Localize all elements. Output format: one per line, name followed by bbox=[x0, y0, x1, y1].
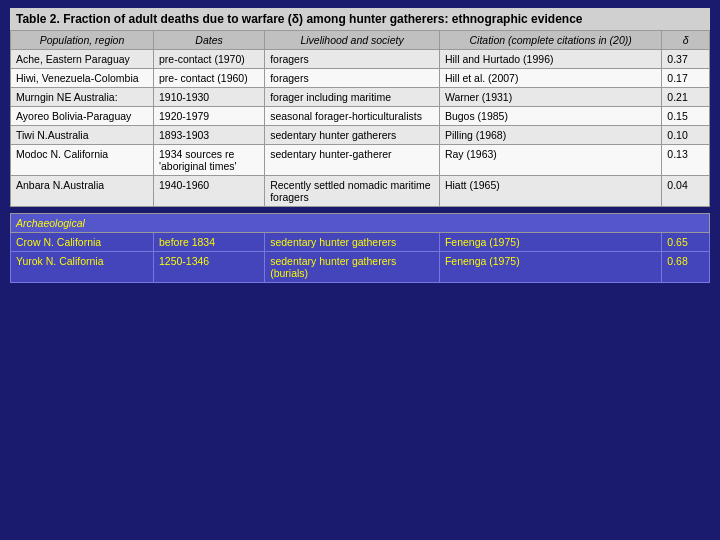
highlighted-section: Archaeological Crow N. California before… bbox=[10, 213, 710, 283]
cell-citation-2: Warner (1931) bbox=[439, 88, 661, 107]
table-header-row: Population, region Dates Livelihood and … bbox=[11, 31, 710, 50]
highlight-header-label: Archaeological bbox=[11, 214, 710, 233]
cell-population-1: Hiwi, Venezuela-Colombia bbox=[11, 69, 154, 88]
cell-dates-1: pre- contact (1960) bbox=[153, 69, 264, 88]
table-row: Ayoreo Bolivia-Paraguay1920-1979seasonal… bbox=[11, 107, 710, 126]
cell-delta-4: 0.10 bbox=[662, 126, 710, 145]
cell-dates-0: pre-contact (1970) bbox=[153, 50, 264, 69]
cell-delta-0: 0.37 bbox=[662, 50, 710, 69]
cell-livelihood-0: foragers bbox=[265, 50, 440, 69]
cell-livelihood-5: sedentary hunter-gatherer bbox=[265, 145, 440, 176]
h-delta-1: 0.65 bbox=[662, 233, 710, 252]
table-row: Modoc N. California1934 sources re 'abor… bbox=[11, 145, 710, 176]
cell-citation-5: Ray (1963) bbox=[439, 145, 661, 176]
col-dates: Dates bbox=[153, 31, 264, 50]
main-table: Population, region Dates Livelihood and … bbox=[10, 30, 710, 207]
cell-livelihood-6: Recently settled nomadic maritime forage… bbox=[265, 176, 440, 207]
h-population-2: Yurok N. California bbox=[11, 252, 154, 283]
cell-citation-6: Hiatt (1965) bbox=[439, 176, 661, 207]
col-delta: δ bbox=[662, 31, 710, 50]
table-row: Anbara N.Australia1940-1960Recently sett… bbox=[11, 176, 710, 207]
cell-population-2: Murngin NE Australia: bbox=[11, 88, 154, 107]
h-population-1: Crow N. California bbox=[11, 233, 154, 252]
h-livelihood-2: sedentary hunter gatherers (burials) bbox=[265, 252, 440, 283]
col-livelihood: Livelihood and society bbox=[265, 31, 440, 50]
cell-livelihood-2: forager including maritime bbox=[265, 88, 440, 107]
highlight-table: Archaeological Crow N. California before… bbox=[10, 213, 710, 283]
cell-population-5: Modoc N. California bbox=[11, 145, 154, 176]
cell-delta-1: 0.17 bbox=[662, 69, 710, 88]
cell-citation-0: Hill and Hurtado (1996) bbox=[439, 50, 661, 69]
table-title: Table 2. Fraction of adult deaths due to… bbox=[10, 8, 710, 30]
h-dates-1: before 1834 bbox=[153, 233, 264, 252]
highlight-header-row: Archaeological bbox=[11, 214, 710, 233]
h-delta-2: 0.68 bbox=[662, 252, 710, 283]
cell-citation-3: Bugos (1985) bbox=[439, 107, 661, 126]
cell-dates-5: 1934 sources re 'aboriginal times' bbox=[153, 145, 264, 176]
cell-population-4: Tiwi N.Australia bbox=[11, 126, 154, 145]
col-citation: Citation (complete citations in (20)) bbox=[439, 31, 661, 50]
cell-citation-4: Pilling (1968) bbox=[439, 126, 661, 145]
cell-citation-1: Hill et al. (2007) bbox=[439, 69, 661, 88]
cell-population-3: Ayoreo Bolivia-Paraguay bbox=[11, 107, 154, 126]
cell-delta-2: 0.21 bbox=[662, 88, 710, 107]
cell-livelihood-3: seasonal forager-horticulturalists bbox=[265, 107, 440, 126]
h-citation-1: Fenenga (1975) bbox=[439, 233, 661, 252]
cell-dates-6: 1940-1960 bbox=[153, 176, 264, 207]
cell-population-0: Ache, Eastern Paraguay bbox=[11, 50, 154, 69]
page-container: Table 2. Fraction of adult deaths due to… bbox=[0, 0, 720, 540]
cell-livelihood-1: foragers bbox=[265, 69, 440, 88]
table-row: Hiwi, Venezuela-Colombiapre- contact (19… bbox=[11, 69, 710, 88]
cell-delta-6: 0.04 bbox=[662, 176, 710, 207]
cell-dates-4: 1893-1903 bbox=[153, 126, 264, 145]
table-row: Tiwi N.Australia1893-1903sedentary hunte… bbox=[11, 126, 710, 145]
h-dates-2: 1250-1346 bbox=[153, 252, 264, 283]
cell-dates-2: 1910-1930 bbox=[153, 88, 264, 107]
cell-dates-3: 1920-1979 bbox=[153, 107, 264, 126]
cell-livelihood-4: sedentary hunter gatherers bbox=[265, 126, 440, 145]
h-livelihood-1: sedentary hunter gatherers bbox=[265, 233, 440, 252]
table-row: Ache, Eastern Paraguaypre-contact (1970)… bbox=[11, 50, 710, 69]
cell-population-6: Anbara N.Australia bbox=[11, 176, 154, 207]
highlight-row-1: Crow N. California before 1834 sedentary… bbox=[11, 233, 710, 252]
cell-delta-3: 0.15 bbox=[662, 107, 710, 126]
highlight-row-2: Yurok N. California 1250-1346 sedentary … bbox=[11, 252, 710, 283]
col-population: Population, region bbox=[11, 31, 154, 50]
cell-delta-5: 0.13 bbox=[662, 145, 710, 176]
h-citation-2: Fenenga (1975) bbox=[439, 252, 661, 283]
table-row: Murngin NE Australia:1910-1930forager in… bbox=[11, 88, 710, 107]
